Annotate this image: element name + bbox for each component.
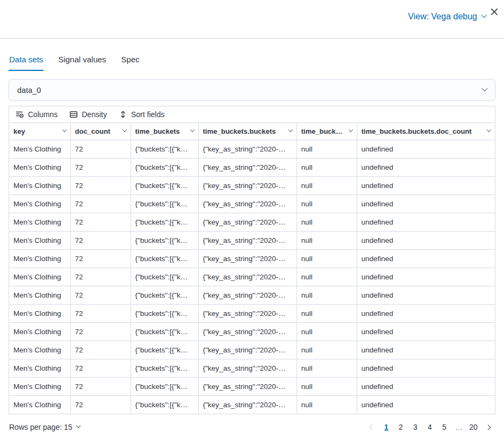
pagination-page-1[interactable]: 1 [379, 420, 393, 434]
column-header-label: time_buckets [135, 127, 180, 135]
sort-fields-button-label: Sort fields [131, 110, 164, 119]
table-cell: {"key_as_string":"2020-… [198, 249, 297, 268]
table-row[interactable]: Men's Clothing72{"buckets":[{"k…{"key_as… [9, 231, 495, 249]
table-cell: null [297, 231, 357, 249]
density-icon [69, 110, 78, 119]
table-row[interactable]: Men's Clothing72{"buckets":[{"k…{"key_as… [9, 395, 495, 414]
table-cell: 72 [70, 140, 131, 158]
table-cell: undefined [357, 268, 495, 286]
tab-data-sets[interactable]: Data sets [9, 55, 44, 71]
rows-per-page-button[interactable]: Rows per page: 15 [9, 423, 80, 431]
view-selector-button[interactable]: View: Vega debug [408, 12, 486, 21]
chevron-down-icon [481, 12, 487, 18]
table-cell: null [297, 140, 357, 158]
pagination-page-20[interactable]: 20 [466, 420, 480, 434]
table-footer: Rows per page: 15 12345…20 [9, 419, 495, 435]
tab-signal-values[interactable]: Signal values [57, 55, 106, 71]
table-cell: {"key_as_string":"2020-… [198, 395, 297, 414]
table-row[interactable]: Men's Clothing72{"buckets":[{"k…{"key_as… [9, 359, 495, 377]
columns-button[interactable]: Columns [16, 109, 57, 120]
column-header-label: key [13, 127, 25, 135]
table-cell: {"buckets":[{"k… [131, 395, 198, 414]
tab-spec[interactable]: Spec [121, 55, 140, 71]
table-cell: 72 [70, 286, 131, 304]
table-cell: null [297, 304, 357, 322]
table-cell: Men's Clothing [9, 395, 70, 414]
table-cell: {"key_as_string":"2020-… [198, 359, 297, 377]
table-cell: null [297, 176, 357, 194]
table-cell: 72 [70, 304, 131, 322]
table-cell: Men's Clothing [9, 286, 70, 304]
table-cell: Men's Clothing [9, 194, 70, 213]
dataset-select-value: data_0 [17, 86, 41, 95]
table-cell: {"key_as_string":"2020-… [198, 341, 297, 359]
chevron-right-icon [485, 424, 491, 430]
data-table: keydoc_counttime_bucketstime_buckets.buc… [9, 123, 495, 414]
density-button-label: Density [82, 110, 107, 119]
table-cell: 72 [70, 176, 131, 194]
column-header-time-buckets-buckets-doc-count[interactable]: time_buckets.buckets.doc_count [357, 123, 495, 140]
table-cell: 72 [70, 268, 131, 286]
pagination-page-3[interactable]: 3 [408, 420, 422, 434]
pagination-page-5[interactable]: 5 [437, 420, 451, 434]
table-cell: {"buckets":[{"k… [131, 194, 198, 213]
pagination-page-4[interactable]: 4 [423, 420, 437, 434]
flyout-header: View: Vega debug [0, 0, 504, 39]
column-header-label: doc_count [75, 127, 111, 135]
table-cell: undefined [357, 304, 495, 322]
table-row[interactable]: Men's Clothing72{"buckets":[{"k…{"key_as… [9, 249, 495, 268]
pagination-page-2[interactable]: 2 [394, 420, 408, 434]
table-header-row: keydoc_counttime_bucketstime_buckets.buc… [9, 123, 495, 140]
table-cell: undefined [357, 377, 495, 395]
table-cell: undefined [357, 194, 495, 213]
previous-page-button[interactable] [365, 420, 379, 434]
column-header-doc-count[interactable]: doc_count [70, 123, 131, 140]
column-header-time-buck[interactable]: time_buck… [297, 123, 357, 140]
table-cell: undefined [357, 158, 495, 176]
table-row[interactable]: Men's Clothing72{"buckets":[{"k…{"key_as… [9, 377, 495, 395]
table-row[interactable]: Men's Clothing72{"buckets":[{"k…{"key_as… [9, 322, 495, 341]
table-row[interactable]: Men's Clothing72{"buckets":[{"k…{"key_as… [9, 304, 495, 322]
close-button[interactable] [489, 6, 500, 17]
next-page-button[interactable] [481, 420, 495, 434]
table-cell: null [297, 249, 357, 268]
column-header-time-buckets-buckets[interactable]: time_buckets.buckets [198, 123, 297, 140]
table-cell: null [297, 158, 357, 176]
table-cell: null [297, 341, 357, 359]
table-cell: Men's Clothing [9, 213, 70, 231]
table-cell: {"buckets":[{"k… [131, 341, 198, 359]
table-row[interactable]: Men's Clothing72{"buckets":[{"k…{"key_as… [9, 140, 495, 158]
close-icon [491, 8, 498, 16]
table-cell: Men's Clothing [9, 377, 70, 395]
chevron-down-icon [288, 128, 292, 132]
table-cell: {"key_as_string":"2020-… [198, 158, 297, 176]
sort-fields-button[interactable]: Sort fields [119, 109, 164, 120]
dataset-select[interactable]: data_0 [9, 79, 495, 101]
table-row[interactable]: Men's Clothing72{"buckets":[{"k…{"key_as… [9, 268, 495, 286]
table-cell: undefined [357, 213, 495, 231]
table-row[interactable]: Men's Clothing72{"buckets":[{"k…{"key_as… [9, 158, 495, 176]
density-button[interactable]: Density [69, 109, 107, 120]
table-row[interactable]: Men's Clothing72{"buckets":[{"k…{"key_as… [9, 194, 495, 213]
table-cell: undefined [357, 395, 495, 414]
table-row[interactable]: Men's Clothing72{"buckets":[{"k…{"key_as… [9, 213, 495, 231]
chevron-down-icon [76, 423, 80, 428]
column-header-key[interactable]: key [9, 123, 70, 140]
table-row[interactable]: Men's Clothing72{"buckets":[{"k…{"key_as… [9, 176, 495, 194]
table-cell: undefined [357, 140, 495, 158]
table-cell: 72 [70, 341, 131, 359]
table-cell: 72 [70, 213, 131, 231]
chevron-left-icon [369, 424, 375, 430]
column-header-time-buckets[interactable]: time_buckets [131, 123, 198, 140]
table-row[interactable]: Men's Clothing72{"buckets":[{"k…{"key_as… [9, 341, 495, 359]
table-row[interactable]: Men's Clothing72{"buckets":[{"k…{"key_as… [9, 286, 495, 304]
table-cell: {"buckets":[{"k… [131, 304, 198, 322]
table-cell: null [297, 395, 357, 414]
table-cell: null [297, 359, 357, 377]
table-cell: null [297, 377, 357, 395]
sort-fields-icon [119, 110, 127, 119]
table-cell: {"buckets":[{"k… [131, 140, 198, 158]
chevron-down-icon [348, 128, 352, 132]
columns-button-label: Columns [28, 110, 57, 119]
table-cell: Men's Clothing [9, 176, 70, 194]
